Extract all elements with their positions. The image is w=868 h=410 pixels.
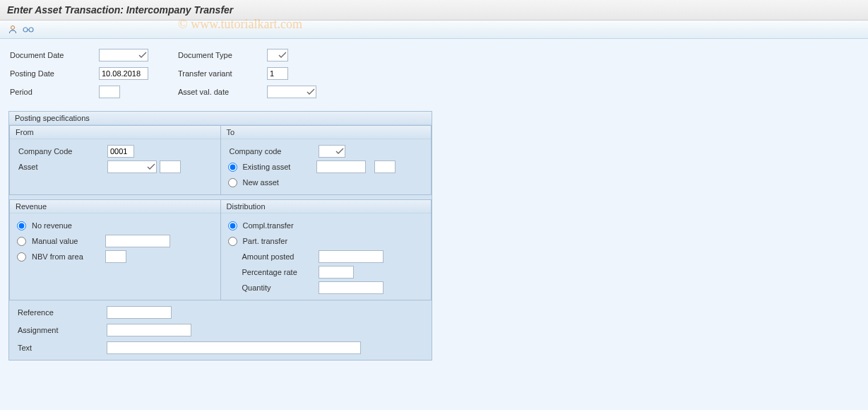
text-input[interactable] xyxy=(107,341,361,354)
distribution-title: Distribution xyxy=(221,200,432,213)
revenue-title: Revenue xyxy=(10,200,220,213)
part-transfer-radio[interactable] xyxy=(228,237,237,246)
from-asset-sub-input[interactable] xyxy=(160,160,181,173)
to-company-code-label: Company code xyxy=(228,147,319,156)
distribution-panel: Distribution Compl.transfer Part. transf… xyxy=(220,199,432,300)
period-input[interactable] xyxy=(99,86,120,98)
from-title: From xyxy=(10,126,220,139)
header-fields: Document Date Posting Date Period Docume… xyxy=(8,47,860,100)
quantity-input[interactable] xyxy=(319,281,384,294)
svg-point-1 xyxy=(23,28,28,32)
reference-input[interactable] xyxy=(107,306,172,319)
transfer-variant-label: Transfer variant xyxy=(177,69,267,78)
posting-specifications-title: Posting specifications xyxy=(9,112,432,125)
document-date-label: Document Date xyxy=(8,51,99,59)
existing-asset-radio[interactable] xyxy=(228,163,237,172)
transfer-variant-input[interactable] xyxy=(267,67,288,80)
from-asset-input[interactable] xyxy=(107,160,157,173)
no-revenue-radio[interactable] xyxy=(17,221,26,230)
document-type-label: Document Type xyxy=(177,51,267,59)
amount-posted-label: Amount posted xyxy=(228,252,319,261)
part-transfer-label: Part. transfer xyxy=(243,237,314,245)
percentage-rate-input[interactable] xyxy=(319,266,354,279)
text-label: Text xyxy=(16,344,107,352)
svg-point-2 xyxy=(29,28,33,32)
document-type-input[interactable] xyxy=(267,49,288,62)
nbv-from-area-label: NBV from area xyxy=(32,252,102,261)
from-asset-label: Asset xyxy=(17,163,107,171)
new-asset-radio[interactable] xyxy=(228,178,237,187)
new-asset-label: New asset xyxy=(243,178,314,187)
glasses-icon[interactable] xyxy=(23,24,34,35)
to-title: To xyxy=(221,126,432,139)
existing-asset-label: Existing asset xyxy=(243,163,314,171)
posting-specifications-group: Posting specifications From Company Code… xyxy=(8,111,432,361)
document-date-input[interactable] xyxy=(99,49,148,62)
no-revenue-label: No revenue xyxy=(32,221,102,230)
user-icon[interactable] xyxy=(7,24,18,35)
from-company-code-input[interactable] xyxy=(107,145,134,158)
nbv-from-area-input[interactable] xyxy=(105,250,126,263)
amount-posted-input[interactable] xyxy=(319,250,384,263)
to-panel: To Company code Existing asset xyxy=(220,125,432,195)
from-panel: From Company Code Asset xyxy=(9,125,220,195)
main-content: Document Date Posting Date Period Docume… xyxy=(0,39,868,410)
asset-val-date-input[interactable] xyxy=(267,86,316,98)
posting-date-label: Posting Date xyxy=(8,69,99,78)
from-company-code-label: Company Code xyxy=(17,147,107,156)
to-company-code-input[interactable] xyxy=(319,145,345,158)
posting-date-input[interactable] xyxy=(99,67,148,80)
nbv-from-area-radio[interactable] xyxy=(17,252,26,262)
assignment-input[interactable] xyxy=(107,324,191,336)
percentage-rate-label: Percentage rate xyxy=(228,268,319,276)
asset-val-date-label: Asset val. date xyxy=(177,88,267,96)
manual-value-input[interactable] xyxy=(105,235,170,247)
reference-label: Reference xyxy=(16,308,107,317)
toolbar xyxy=(0,20,868,39)
window-title: Enter Asset Transaction: Intercompany Tr… xyxy=(0,0,868,20)
svg-point-0 xyxy=(11,25,15,29)
period-label: Period xyxy=(8,88,99,96)
compl-transfer-label: Compl.transfer xyxy=(243,221,314,230)
manual-value-label: Manual value xyxy=(32,237,102,245)
existing-asset-sub-input[interactable] xyxy=(374,160,396,173)
manual-value-radio[interactable] xyxy=(17,237,26,246)
quantity-label: Quantity xyxy=(228,283,319,292)
compl-transfer-radio[interactable] xyxy=(228,221,237,230)
existing-asset-input[interactable] xyxy=(316,160,366,173)
assignment-label: Assignment xyxy=(16,326,107,334)
revenue-panel: Revenue No revenue Manual value NBV from… xyxy=(9,199,220,300)
